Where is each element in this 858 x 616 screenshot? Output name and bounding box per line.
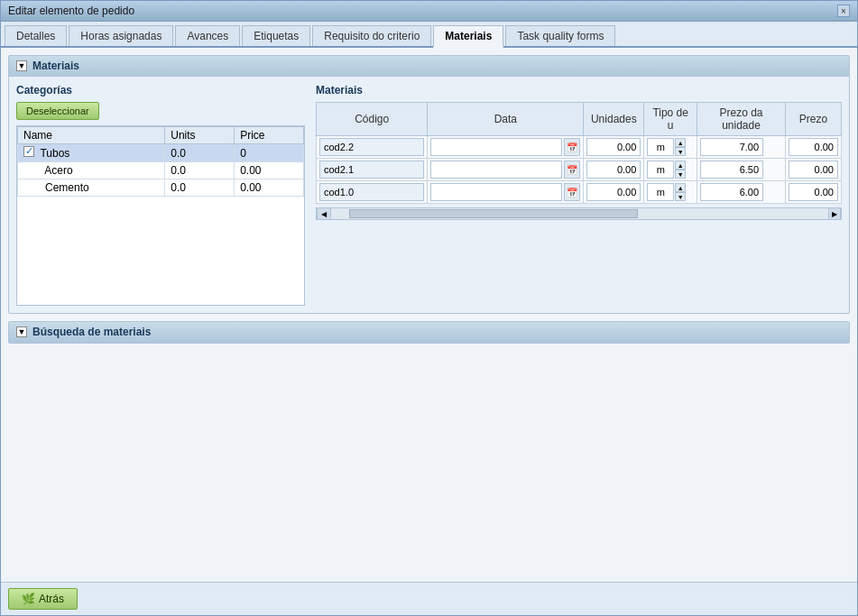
codigo-input-3[interactable]	[319, 183, 424, 201]
categories-title: Categorías	[16, 84, 305, 97]
prezo-unidade-input-2[interactable]	[700, 161, 763, 179]
busqueda-section-header: ▼ Búsqueda de materiais	[9, 322, 849, 343]
scroll-thumb[interactable]	[349, 209, 638, 218]
date-input-3[interactable]	[430, 183, 562, 201]
tipo-input-3[interactable]	[647, 183, 674, 201]
date-cell-1: 📅	[430, 138, 580, 156]
table-row[interactable]: Tubos 0.0 0	[18, 144, 304, 162]
type-cell-1: ▲ ▼	[647, 138, 694, 156]
categories-panel: Categorías Deseleccionar Name Units Pric…	[16, 84, 305, 306]
table-row[interactable]: Acero 0.0 0.00	[18, 162, 304, 179]
scroll-right-btn[interactable]: ▶	[828, 207, 841, 220]
deselect-button[interactable]: Deseleccionar	[16, 102, 99, 120]
title-bar: Editar elemento de pedido ×	[1, 1, 857, 22]
main-window: Editar elemento de pedido × Detalles Hor…	[0, 0, 858, 616]
type-cell-2: ▲ ▼	[647, 161, 694, 179]
unidades-input-2[interactable]	[586, 161, 641, 179]
col-data: Data	[428, 103, 584, 136]
col-tipo: Tipo de u	[644, 103, 697, 136]
materiais-section-header: ▼ Materiais	[9, 56, 849, 77]
table-row[interactable]: Cemento 0.0 0.00	[18, 179, 304, 197]
col-prezo-unidade: Prezo da unidade	[697, 103, 786, 136]
date-input-1[interactable]	[430, 138, 562, 156]
type-cell-3: ▲ ▼	[647, 183, 694, 201]
cal-btn-2[interactable]: 📅	[564, 161, 580, 179]
tab-horas[interactable]: Horas asignadas	[69, 25, 173, 46]
unidades-input-3[interactable]	[586, 183, 641, 201]
date-cell-3: 📅	[430, 183, 580, 201]
tipo-input-1[interactable]	[647, 138, 674, 156]
cal-btn-1[interactable]: 📅	[564, 138, 580, 156]
busqueda-toggle[interactable]: ▼	[16, 326, 27, 337]
tab-etiquetas[interactable]: Etiquetas	[242, 25, 310, 46]
busqueda-section-title: Búsqueda de materiais	[32, 326, 151, 338]
prezo-unidade-input-3[interactable]	[700, 183, 763, 201]
col-prezo: Prezo	[785, 103, 841, 136]
horizontal-scrollbar[interactable]: ◀ ▶	[316, 207, 842, 220]
prezo-unidade-input-1[interactable]	[700, 138, 763, 156]
materials-title: Materiais	[316, 84, 842, 97]
scroll-left-btn[interactable]: ◀	[317, 207, 331, 220]
spin-btns-2: ▲ ▼	[675, 161, 686, 179]
categories-table: Name Units Price Tubos	[17, 126, 304, 197]
window-title: Editar elemento de pedido	[8, 5, 134, 17]
tab-detalles[interactable]: Detalles	[5, 25, 67, 46]
back-icon: 🌿	[22, 593, 35, 605]
table-row: 📅 ▲	[317, 136, 842, 159]
spin-up-2[interactable]: ▲	[675, 161, 686, 170]
tab-avances[interactable]: Avances	[175, 25, 240, 46]
materiais-section-body: Categorías Deseleccionar Name Units Pric…	[9, 77, 849, 313]
prezo-input-2[interactable]	[789, 161, 838, 179]
tipo-input-2[interactable]	[647, 161, 674, 179]
spin-up-1[interactable]: ▲	[675, 138, 686, 147]
row-checkbox[interactable]	[23, 146, 34, 157]
footer: 🌿 Atrás	[1, 582, 857, 615]
spin-btns-3: ▲ ▼	[675, 183, 686, 201]
categories-table-container: Name Units Price Tubos	[16, 125, 305, 306]
materiais-toggle[interactable]: ▼	[16, 60, 27, 71]
prezo-input-1[interactable]	[789, 138, 838, 156]
spin-up-3[interactable]: ▲	[675, 183, 686, 192]
materiais-section: ▼ Materiais Categorías Deseleccionar Nam…	[8, 55, 850, 314]
col-unidades: Unidades	[584, 103, 644, 136]
table-row: 📅 ▲	[317, 159, 842, 181]
back-button[interactable]: 🌿 Atrás	[8, 588, 78, 610]
prezo-input-3[interactable]	[789, 183, 838, 201]
unidades-input-1[interactable]	[586, 138, 641, 156]
busqueda-section: ▼ Búsqueda de materiais	[8, 321, 850, 344]
col-codigo: Código	[317, 103, 428, 136]
spin-down-1[interactable]: ▼	[675, 147, 686, 156]
table-row: 📅 ▲	[317, 181, 842, 204]
col-price: Price	[235, 127, 304, 144]
tab-bar: Detalles Horas asignadas Avances Etiquet…	[1, 22, 857, 48]
tab-materiais[interactable]: Materiais	[433, 25, 503, 48]
close-button[interactable]: ×	[837, 5, 850, 17]
spin-btns-1: ▲ ▼	[675, 138, 686, 156]
cal-btn-3[interactable]: 📅	[564, 183, 580, 201]
materiais-section-title: Materiais	[32, 60, 79, 72]
materials-panel: Materiais Código Data Unidades Tipo de u…	[316, 84, 842, 306]
col-units: Units	[165, 127, 235, 144]
materials-table: Código Data Unidades Tipo de u Prezo da …	[316, 102, 842, 204]
content-area: ▼ Materiais Categorías Deseleccionar Nam…	[1, 48, 857, 582]
col-name: Name	[18, 127, 165, 144]
codigo-input-1[interactable]	[319, 138, 424, 156]
tab-requisito[interactable]: Requisito do criterio	[312, 25, 431, 46]
back-label: Atrás	[39, 593, 64, 605]
spin-down-3[interactable]: ▼	[675, 192, 686, 201]
tab-taskquality[interactable]: Task quality forms	[505, 25, 615, 46]
date-cell-2: 📅	[430, 161, 580, 179]
codigo-input-2[interactable]	[319, 161, 424, 179]
spin-down-2[interactable]: ▼	[675, 170, 686, 179]
date-input-2[interactable]	[430, 161, 562, 179]
